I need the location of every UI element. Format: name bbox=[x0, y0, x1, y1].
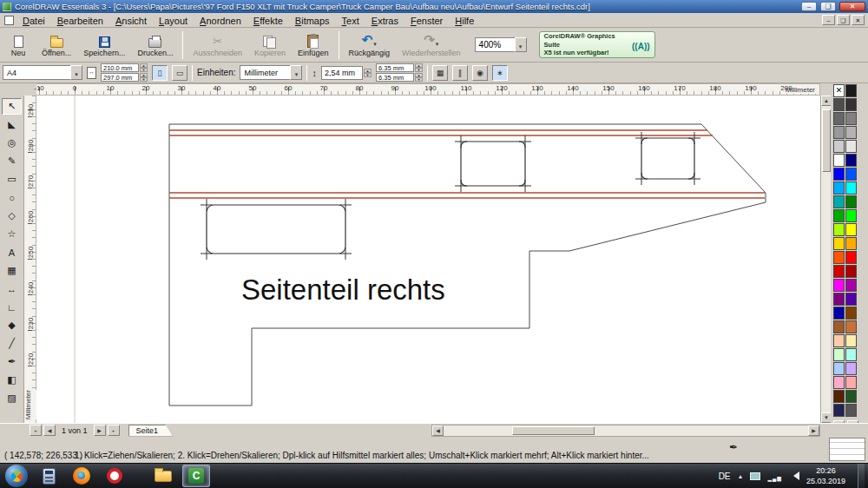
explorer-taskbar-button[interactable] bbox=[149, 465, 177, 487]
paper-preset-combo[interactable]: A4 bbox=[3, 65, 82, 80]
scroll-left-button[interactable] bbox=[432, 425, 444, 436]
blend-tool[interactable]: ◆ bbox=[2, 317, 22, 333]
color-swatch[interactable] bbox=[845, 251, 857, 264]
snap-options-button[interactable] bbox=[492, 65, 508, 81]
coreldraw-taskbar-button[interactable] bbox=[182, 465, 210, 487]
shape-tool[interactable]: ◣ bbox=[2, 116, 22, 133]
units-value[interactable]: Millimeter bbox=[240, 65, 290, 80]
maximize-button[interactable] bbox=[820, 2, 836, 11]
fill-tool[interactable]: ◧ bbox=[2, 372, 22, 388]
close-button[interactable] bbox=[839, 2, 865, 11]
snap-to-grid-button[interactable] bbox=[432, 65, 448, 81]
color-swatch[interactable] bbox=[845, 195, 857, 208]
undo-button[interactable]: Rückgängig bbox=[344, 30, 396, 61]
color-swatch[interactable] bbox=[845, 237, 857, 250]
nudge-spinner[interactable]: ▲▼ bbox=[364, 69, 372, 77]
menu-hilfe[interactable]: Hilfe bbox=[449, 15, 480, 27]
color-swatch[interactable] bbox=[833, 404, 845, 417]
color-swatch[interactable] bbox=[833, 251, 845, 264]
color-swatch[interactable] bbox=[845, 181, 857, 195]
horizontal-scroll-thumb[interactable] bbox=[512, 426, 595, 435]
color-swatch[interactable] bbox=[833, 279, 845, 292]
cut-button[interactable]: Ausschneiden bbox=[187, 30, 247, 61]
basic-shapes-tool[interactable]: ☆ bbox=[2, 226, 22, 242]
color-swatch[interactable] bbox=[845, 404, 857, 417]
color-swatch[interactable] bbox=[845, 362, 857, 375]
print-button[interactable]: Drucken... bbox=[132, 30, 178, 61]
color-swatch[interactable] bbox=[845, 334, 857, 347]
next-page-button[interactable] bbox=[94, 425, 106, 436]
upgrade-banner[interactable]: CorelDRAW® Graphics Suite X5 ist nun ver… bbox=[539, 31, 655, 58]
color-swatch[interactable] bbox=[845, 293, 857, 306]
navigator-widget[interactable] bbox=[829, 438, 865, 461]
page-tab[interactable]: Seite1 bbox=[128, 425, 174, 437]
color-swatch[interactable] bbox=[833, 390, 845, 403]
color-swatch[interactable] bbox=[845, 390, 857, 403]
vertical-scrollbar[interactable] bbox=[820, 96, 831, 423]
mdi-minimize-button[interactable] bbox=[822, 15, 835, 25]
color-swatch[interactable] bbox=[845, 98, 857, 111]
network-icon[interactable] bbox=[767, 468, 781, 484]
color-swatch[interactable] bbox=[845, 140, 857, 153]
firefox-taskbar-button[interactable] bbox=[68, 465, 95, 487]
open-button[interactable]: Öffnen... bbox=[36, 30, 76, 61]
zoom-tool[interactable]: ◎ bbox=[2, 135, 22, 151]
vertical-ruler[interactable]: Millimeter 290280270260250240230220 bbox=[24, 96, 36, 423]
color-swatch[interactable] bbox=[845, 209, 857, 222]
paper-height-spinner[interactable]: ▲▼ bbox=[140, 73, 148, 82]
minimize-button[interactable] bbox=[801, 2, 817, 11]
color-swatch[interactable] bbox=[833, 223, 845, 236]
pick-tool[interactable]: ↖ bbox=[2, 98, 22, 115]
menu-ansicht[interactable]: Ansicht bbox=[109, 15, 153, 27]
copy-button[interactable]: Kopieren bbox=[249, 30, 291, 61]
color-swatch[interactable] bbox=[845, 320, 857, 333]
color-swatch[interactable] bbox=[833, 376, 845, 389]
new-button[interactable]: Neu bbox=[2, 30, 35, 61]
paste-button[interactable]: Einfügen bbox=[293, 30, 334, 61]
add-page-before-button[interactable] bbox=[30, 425, 42, 436]
color-swatch[interactable] bbox=[845, 307, 857, 320]
menu-fenster[interactable]: Fenster bbox=[404, 15, 449, 27]
taskbar-clock[interactable]: 20:26 25.03.2019 bbox=[806, 465, 845, 486]
language-indicator[interactable]: DE bbox=[719, 472, 731, 481]
color-swatch[interactable] bbox=[833, 293, 845, 306]
color-swatch[interactable] bbox=[845, 154, 857, 167]
color-swatch[interactable] bbox=[833, 334, 845, 347]
previous-page-button[interactable] bbox=[43, 425, 56, 436]
paper-height-field[interactable]: 297.0 mm bbox=[101, 73, 139, 82]
duplicate-x-spinner[interactable]: ▲▼ bbox=[415, 63, 423, 72]
color-swatch[interactable] bbox=[833, 168, 845, 181]
paper-width-spinner[interactable]: ▲▼ bbox=[140, 63, 148, 72]
color-swatch[interactable] bbox=[833, 209, 845, 222]
horizontal-scrollbar[interactable] bbox=[431, 425, 820, 437]
connector-tool[interactable]: ∟ bbox=[2, 299, 22, 315]
polygon-tool[interactable]: ◇ bbox=[2, 208, 22, 224]
horizontal-ruler[interactable]: Millimeter -1001020304050607080901001101… bbox=[36, 83, 820, 96]
monitor-tray-icon[interactable] bbox=[750, 472, 760, 480]
text-tool[interactable]: A bbox=[2, 244, 22, 260]
paper-width-field[interactable]: 210.0 mm bbox=[101, 63, 139, 72]
rectangle-tool[interactable]: ▭ bbox=[2, 171, 22, 188]
opera-taskbar-button[interactable] bbox=[101, 465, 128, 487]
color-swatch[interactable] bbox=[845, 348, 857, 361]
color-swatch[interactable] bbox=[833, 140, 845, 153]
menu-bitmaps[interactable]: Bitmaps bbox=[289, 15, 336, 27]
color-swatch[interactable] bbox=[833, 320, 845, 333]
color-swatch[interactable] bbox=[845, 168, 857, 181]
zoom-combo-arrow[interactable] bbox=[515, 37, 527, 52]
units-combo-arrow[interactable] bbox=[290, 65, 302, 80]
menu-bearbeiten[interactable]: Bearbeiten bbox=[51, 15, 109, 27]
drawing-canvas[interactable]: Seitenteil rechts bbox=[36, 96, 820, 423]
menu-datei[interactable]: Datei bbox=[16, 15, 51, 27]
paper-preset-arrow[interactable] bbox=[70, 65, 82, 80]
volume-icon[interactable] bbox=[789, 472, 799, 480]
vertical-scroll-thumb[interactable] bbox=[822, 109, 831, 172]
menu-extras[interactable]: Extras bbox=[365, 15, 404, 27]
snap-to-objects-button[interactable] bbox=[472, 65, 488, 81]
add-page-after-button[interactable] bbox=[108, 425, 120, 436]
redo-button[interactable]: Wiederherstellen bbox=[397, 30, 466, 61]
start-button[interactable] bbox=[5, 465, 28, 487]
mdi-close-button[interactable] bbox=[852, 15, 865, 25]
eyedropper-tool[interactable]: ╱ bbox=[2, 335, 22, 352]
zoom-level-combo[interactable]: 400% bbox=[475, 37, 527, 52]
